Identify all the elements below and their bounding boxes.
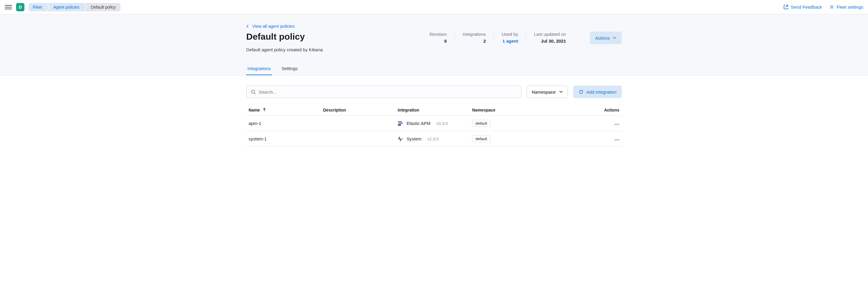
namespace-badge: default: [472, 120, 490, 127]
search-input[interactable]: [259, 89, 517, 94]
chevron-down-icon: [559, 90, 563, 94]
stat-integrations-value: 2: [463, 38, 486, 43]
cell-description: [321, 116, 395, 131]
cell-namespace: default: [470, 116, 529, 131]
row-actions-menu[interactable]: [614, 124, 619, 125]
cell-name: apm-1: [246, 116, 321, 131]
hamburger-menu-icon[interactable]: [5, 4, 12, 11]
column-description[interactable]: Description: [321, 105, 395, 116]
svg-rect-2: [398, 121, 402, 123]
stat-integrations-label: Integrations: [463, 32, 486, 37]
svg-point-1: [251, 90, 254, 93]
stat-updated-label: Last updated on: [534, 32, 566, 37]
namespace-badge: default: [472, 136, 490, 142]
tab-settings[interactable]: Settings: [280, 62, 299, 75]
chevron-left-icon: [246, 25, 249, 28]
cell-name: system-1: [246, 131, 321, 147]
breadcrumb-fleet[interactable]: Fleet: [29, 3, 47, 11]
page-description: Default agent policy created by Kibana: [246, 47, 366, 52]
search-input-wrapper[interactable]: [246, 86, 521, 98]
popout-icon: [783, 4, 788, 9]
svg-rect-3: [399, 123, 403, 124]
column-namespace[interactable]: Namespace: [470, 105, 529, 116]
cell-namespace: default: [470, 131, 529, 147]
stat-usedby-label: Used by: [502, 32, 518, 37]
namespace-filter-button[interactable]: Namespace: [527, 86, 568, 98]
cell-integration: System v1.0.0: [395, 131, 470, 147]
gear-icon: [829, 4, 834, 9]
system-icon: [398, 136, 403, 142]
row-actions-menu[interactable]: [614, 139, 619, 141]
send-feedback-link[interactable]: Send Feedback: [783, 4, 822, 9]
stat-revision-value: 6: [430, 38, 447, 43]
table-row: apm-1 Elastic APM v0.3.0 default: [246, 116, 622, 131]
refresh-icon: [579, 89, 583, 94]
column-integration[interactable]: Integration: [395, 105, 470, 116]
avatar[interactable]: D: [16, 3, 25, 11]
column-actions: Actions: [529, 105, 622, 116]
cell-integration: Elastic APM v0.3.0: [395, 116, 470, 131]
svg-point-0: [831, 6, 833, 8]
stats: Revision 6 Integrations 2 Used by 1 agen…: [422, 32, 574, 43]
cell-description: [321, 131, 395, 147]
column-name[interactable]: Name: [246, 105, 321, 116]
page-title: Default policy: [246, 32, 366, 42]
sort-asc-icon: [263, 108, 266, 112]
breadcrumb: Fleet Agent policies Default policy: [29, 3, 120, 11]
search-icon: [251, 89, 256, 94]
breadcrumb-current: Default policy: [84, 3, 120, 11]
svg-rect-4: [398, 124, 401, 125]
stat-usedby-value[interactable]: 1 agent: [502, 38, 518, 43]
stat-updated-value: Jul 30, 2021: [534, 38, 566, 43]
back-link[interactable]: View all agent policies: [246, 24, 622, 29]
tab-integrations[interactable]: Integrations: [246, 62, 272, 75]
breadcrumb-agent-policies[interactable]: Agent policies: [47, 3, 84, 11]
table-row: system-1 System v1.0.0 default: [246, 131, 622, 147]
actions-button[interactable]: Actions: [590, 32, 622, 44]
apm-icon: [398, 121, 403, 126]
stat-revision-label: Revision: [430, 32, 447, 37]
chevron-down-icon: [613, 36, 616, 40]
fleet-settings-link[interactable]: Fleet settings: [829, 4, 863, 9]
add-integration-button[interactable]: Add integration: [573, 86, 622, 98]
